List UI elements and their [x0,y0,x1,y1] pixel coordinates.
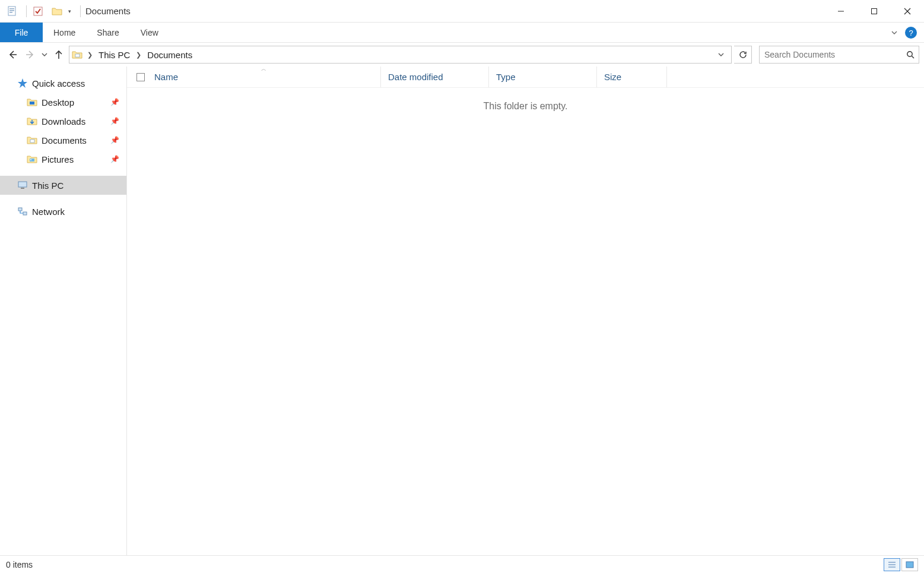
maximize-button[interactable] [858,0,891,23]
sidebar-network[interactable]: Network [0,202,126,221]
svg-point-10 [907,52,912,56]
column-label: Type [496,72,516,82]
properties-check-icon[interactable] [31,5,45,18]
sort-ascending-icon: ︿ [261,65,266,73]
sidebar-item-desktop[interactable]: Desktop 📌 [0,93,126,112]
svg-rect-17 [21,188,24,189]
thumbnails-view-icon [906,561,914,568]
details-view-icon [888,561,896,568]
refresh-icon [739,50,747,59]
qat-dropdown-icon[interactable]: ▾ [68,8,74,14]
content-pane: Name ︿ Date modified Type Size This fold… [127,67,924,555]
tab-home[interactable]: Home [43,23,86,42]
svg-rect-3 [9,12,12,13]
svg-rect-9 [75,54,80,57]
help-button[interactable]: ? [905,27,917,39]
titlebar: ▾ Documents [0,0,924,23]
body: Quick access Desktop 📌 Downloads 📌 Docum… [0,67,924,555]
pin-icon: 📌 [110,98,119,106]
separator [26,5,27,17]
arrow-right-icon [25,49,36,60]
svg-line-11 [912,56,914,58]
svg-rect-12 [30,102,34,105]
downloads-folder-icon [26,115,38,127]
search-icon[interactable] [902,50,919,59]
sidebar-quick-access[interactable]: Quick access [0,74,126,93]
checkbox-icon [136,73,145,81]
sidebar-item-pictures[interactable]: Pictures 📌 [0,150,126,169]
folder-icon[interactable] [50,5,63,18]
column-type[interactable]: Type [489,67,597,87]
breadcrumb-documents[interactable]: Documents [144,50,196,60]
column-headers: Name ︿ Date modified Type Size [127,67,924,88]
refresh-button[interactable] [734,46,752,64]
chevron-down-icon [42,52,47,58]
item-count: 0 items [6,560,33,569]
sidebar-item-label: Pictures [42,154,74,164]
sidebar-item-downloads[interactable]: Downloads 📌 [0,112,126,131]
close-button[interactable] [891,0,924,23]
arrow-left-icon [7,49,18,60]
pin-icon: 📌 [110,117,119,125]
svg-rect-16 [18,182,27,187]
pin-icon: 📌 [110,155,119,163]
details-view-button[interactable] [884,558,900,571]
chevron-down-icon [718,52,724,58]
file-tab[interactable]: File [0,23,43,42]
navigation-pane: Quick access Desktop 📌 Downloads 📌 Docum… [0,67,127,555]
column-label: Size [604,72,621,82]
column-label: Date modified [388,72,443,82]
column-size[interactable]: Size [597,67,667,87]
select-all-checkbox[interactable] [127,67,147,87]
back-button[interactable] [5,46,20,63]
minimize-button[interactable] [824,0,858,23]
documents-folder-icon [26,134,38,146]
empty-folder-message: This folder is empty. [127,88,924,555]
column-name[interactable]: Name ︿ [147,67,381,87]
recent-locations-button[interactable] [40,46,49,63]
maximize-icon [871,8,878,15]
search-box[interactable] [759,46,919,64]
large-icons-view-button[interactable] [901,558,918,571]
ribbon: File Home Share View ? [0,23,924,43]
separator [80,5,81,17]
svg-rect-19 [23,212,27,215]
network-icon [17,205,28,217]
sidebar-this-pc[interactable]: This PC [0,176,126,195]
documents-library-icon [6,5,19,18]
star-icon [17,77,28,89]
computer-icon [17,179,28,191]
minimize-icon [837,8,844,15]
ribbon-collapse-button[interactable] [887,23,901,42]
pictures-folder-icon [26,153,38,165]
pin-icon: 📌 [110,136,119,144]
address-bar[interactable]: ❯ This PC ❯ Documents [69,46,732,64]
column-label: Name [154,72,178,82]
tab-view[interactable]: View [130,23,169,42]
sidebar-item-label: Documents [42,135,87,145]
sidebar-label: This PC [32,181,63,191]
address-dropdown[interactable] [718,52,731,58]
chevron-right-icon[interactable]: ❯ [85,51,95,59]
column-date-modified[interactable]: Date modified [381,67,489,87]
status-bar: 0 items [0,555,924,573]
close-icon [904,8,911,15]
svg-rect-6 [872,8,877,14]
documents-folder-icon [69,50,85,59]
svg-rect-13 [30,140,34,143]
window-title: Documents [85,6,131,16]
sidebar-label: Quick access [32,78,85,88]
svg-rect-18 [18,208,22,211]
sidebar-item-label: Downloads [42,116,85,126]
sidebar-item-label: Desktop [42,97,74,107]
sidebar-item-documents[interactable]: Documents 📌 [0,131,126,150]
svg-rect-1 [9,8,14,10]
tab-share[interactable]: Share [86,23,129,42]
breadcrumb-this-pc[interactable]: This PC [95,50,134,60]
search-input[interactable] [760,47,902,62]
chevron-right-icon[interactable]: ❯ [134,51,144,59]
chevron-down-icon [891,29,898,36]
up-button[interactable] [51,46,66,63]
sidebar-label: Network [32,207,65,217]
forward-button[interactable] [23,46,38,63]
